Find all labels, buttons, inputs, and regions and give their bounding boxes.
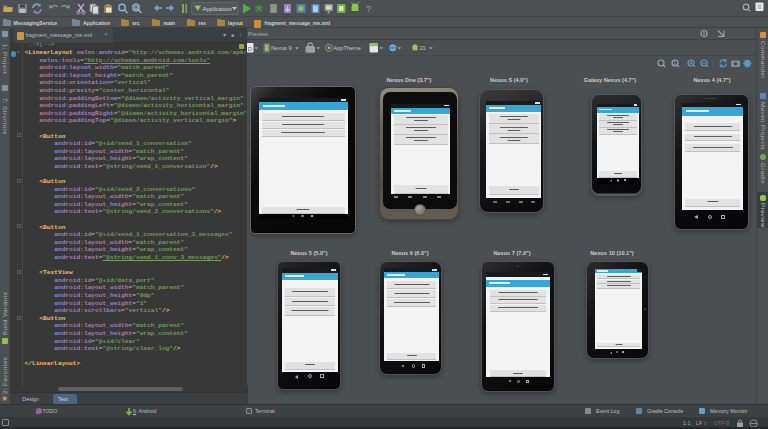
svg-text:?: ? (366, 4, 371, 14)
svg-text:Application: Application (203, 6, 232, 12)
svg-text:D: D (248, 45, 253, 52)
svg-text:R: R (134, 5, 139, 11)
